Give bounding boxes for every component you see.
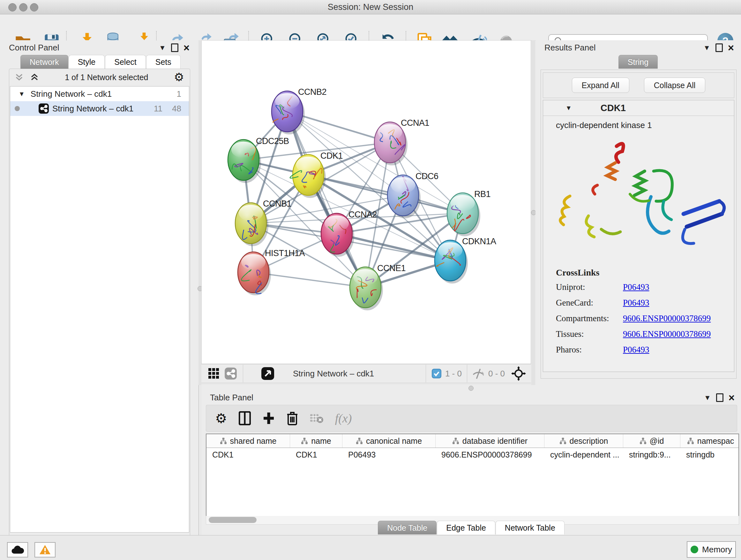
collapse-all-button[interactable]: Collapse All bbox=[644, 78, 705, 93]
crosslink-label: Pharos: bbox=[556, 345, 623, 355]
node-CCNE1[interactable] bbox=[350, 267, 383, 310]
float-panel-icon[interactable] bbox=[716, 393, 724, 402]
hidden-eye-icon[interactable] bbox=[472, 368, 485, 379]
share-view-icon[interactable] bbox=[224, 367, 237, 380]
control-panel-title: Control Panel bbox=[9, 43, 59, 53]
crosslinks-section: CrossLinks Uniprot:P06493GeneCard:P06493… bbox=[543, 267, 734, 355]
crosslink-label: GeneCard: bbox=[556, 298, 623, 308]
warning-icon bbox=[39, 545, 51, 555]
left-splitter[interactable] bbox=[199, 40, 201, 385]
network-row[interactable]: String Network – cdk1 11 48 bbox=[10, 101, 189, 116]
tab-edge-table[interactable]: Edge Table bbox=[437, 521, 495, 535]
crosslink-link[interactable]: 9606.ENSP00000378699 bbox=[623, 314, 711, 323]
crosslink-row: Pharos:P06493 bbox=[556, 345, 734, 355]
column-header--id[interactable]: @id bbox=[623, 434, 680, 448]
expand-all-icon[interactable] bbox=[30, 72, 39, 82]
cloud-button[interactable] bbox=[7, 542, 28, 557]
column-header-description[interactable]: description bbox=[544, 434, 623, 448]
right-splitter[interactable] bbox=[531, 40, 535, 385]
delete-column-icon[interactable] bbox=[286, 411, 298, 425]
node-CCNB1[interactable] bbox=[235, 203, 268, 246]
node-CDC6[interactable] bbox=[387, 175, 421, 219]
table-cell: cyclin-dependent ... bbox=[544, 448, 623, 461]
panel-menu-icon[interactable]: ▼ bbox=[703, 44, 711, 52]
node-CCNA1[interactable] bbox=[374, 122, 408, 165]
table-panel: Table Panel ▼ × ⚙ f(x) bbox=[202, 385, 741, 535]
collapse-all-icon[interactable] bbox=[14, 72, 24, 82]
function-builder-icon[interactable]: f(x) bbox=[335, 411, 352, 425]
node-CDKN1A[interactable] bbox=[434, 240, 468, 284]
selected-checkbox-icon[interactable] bbox=[432, 369, 441, 378]
tab-network[interactable]: Network bbox=[20, 55, 68, 69]
tab-string[interactable]: String bbox=[618, 55, 658, 69]
float-panel-icon[interactable] bbox=[171, 44, 179, 52]
crosslink-link[interactable]: 9606.ENSP00000378699 bbox=[623, 329, 711, 339]
crosslink-link[interactable]: P06493 bbox=[623, 298, 650, 308]
splitter-handle[interactable] bbox=[468, 386, 474, 391]
memory-button[interactable]: Memory bbox=[687, 541, 736, 558]
gear-icon[interactable]: ⚙ bbox=[174, 71, 184, 84]
separator bbox=[426, 365, 426, 382]
crosslink-link[interactable]: P06493 bbox=[623, 345, 650, 355]
tab-style[interactable]: Style bbox=[69, 55, 105, 69]
close-panel-icon[interactable]: × bbox=[728, 45, 734, 51]
edge-CDK1-RB1[interactable] bbox=[308, 175, 463, 213]
crosshair-icon[interactable] bbox=[511, 366, 526, 381]
columns-icon[interactable] bbox=[239, 411, 251, 425]
title-bar: Session: New Session bbox=[0, 0, 741, 14]
float-panel-icon[interactable] bbox=[716, 44, 723, 52]
selected-count: 1 - 0 bbox=[445, 369, 462, 379]
table-row[interactable]: CDK1CDK1P064939606.ENSP00000378699cyclin… bbox=[206, 448, 738, 461]
column-header-name[interactable]: name bbox=[290, 434, 342, 448]
node-label-CDKN1A: CDKN1A bbox=[462, 237, 496, 246]
grid-view-icon[interactable] bbox=[208, 368, 220, 380]
node-label-CDC6: CDC6 bbox=[415, 172, 439, 181]
table-toolbar: ⚙ f(x) bbox=[206, 405, 737, 432]
column-header-database-identifier[interactable]: database identifier bbox=[435, 434, 544, 448]
hidden-count: 0 - 0 bbox=[488, 369, 505, 379]
collapse-triangle-icon[interactable]: ▼ bbox=[18, 90, 25, 98]
network-node-count: 11 bbox=[154, 104, 162, 114]
node-label-CCNB1: CCNB1 bbox=[263, 199, 291, 208]
crosslink-row: Tissues:9606.ENSP00000378699 bbox=[556, 329, 734, 339]
crosslink-label: Compartments: bbox=[556, 314, 623, 323]
network-canvas[interactable]: CCNB2CCNA1CDC25BCDK1CDC6RB1CCNB1CCNA2CDK… bbox=[201, 40, 531, 364]
column-header-shared-name[interactable]: shared name bbox=[206, 434, 290, 448]
node-CCNB2[interactable] bbox=[272, 91, 305, 134]
node-HIST1H1A[interactable] bbox=[238, 252, 271, 295]
node-CDK1[interactable] bbox=[290, 154, 326, 198]
crosslink-link[interactable]: P06493 bbox=[623, 282, 650, 292]
add-column-icon[interactable] bbox=[262, 412, 275, 425]
collapse-triangle-icon[interactable]: ▼ bbox=[565, 105, 572, 112]
gene-section: ▼ CDK1 cyclin-dependent kinase 1 bbox=[543, 100, 734, 372]
tab-select[interactable]: Select bbox=[105, 55, 145, 69]
expand-all-button[interactable]: Expand All bbox=[572, 78, 629, 93]
network-collection-row[interactable]: ▼ String Network – cdk1 1 bbox=[10, 86, 189, 101]
network-graph[interactable]: CCNB2CCNA1CDC25BCDK1CDC6RB1CCNB1CCNA2CDK… bbox=[202, 41, 531, 364]
warning-button[interactable] bbox=[35, 542, 56, 557]
clear-table-icon[interactable] bbox=[310, 413, 324, 424]
gear-icon[interactable]: ⚙ bbox=[215, 411, 227, 426]
crosslink-label: Uniprot: bbox=[556, 282, 623, 292]
panel-menu-icon[interactable]: ▼ bbox=[704, 394, 711, 402]
network-view-toolbar: String Network – cdk1 1 - 0 0 - 0 bbox=[201, 364, 531, 383]
gene-header[interactable]: ▼ CDK1 bbox=[543, 100, 734, 116]
results-panel: Results Panel ▼ × String Expand All Coll… bbox=[536, 40, 741, 385]
close-panel-icon[interactable]: × bbox=[729, 395, 735, 401]
column-header-namespac[interactable]: namespac bbox=[680, 434, 739, 448]
node-CCNA2[interactable] bbox=[321, 213, 354, 257]
birdseye-view-icon[interactable] bbox=[261, 367, 274, 380]
node-label-HIST1H1A: HIST1H1A bbox=[265, 248, 305, 258]
tab-sets[interactable]: Sets bbox=[146, 55, 181, 69]
network-panel: 1 of 1 Network selected ⚙ ▼ String Netwo… bbox=[9, 69, 190, 560]
tab-node-table[interactable]: Node Table bbox=[378, 521, 436, 535]
edge-CCNB2-CCNE1[interactable] bbox=[287, 111, 365, 287]
string-results-box: Expand All Collapse All ▼ CDK1 cyclin-de… bbox=[541, 70, 737, 379]
panel-menu-icon[interactable]: ▼ bbox=[159, 44, 166, 52]
node-RB1[interactable] bbox=[447, 193, 480, 236]
tab-network-table[interactable]: Network Table bbox=[495, 521, 564, 535]
results-panel-title: Results Panel bbox=[544, 43, 596, 53]
close-panel-icon[interactable]: × bbox=[184, 45, 190, 51]
column-header-canonical-name[interactable]: canonical name bbox=[342, 434, 435, 448]
separator bbox=[467, 365, 467, 382]
